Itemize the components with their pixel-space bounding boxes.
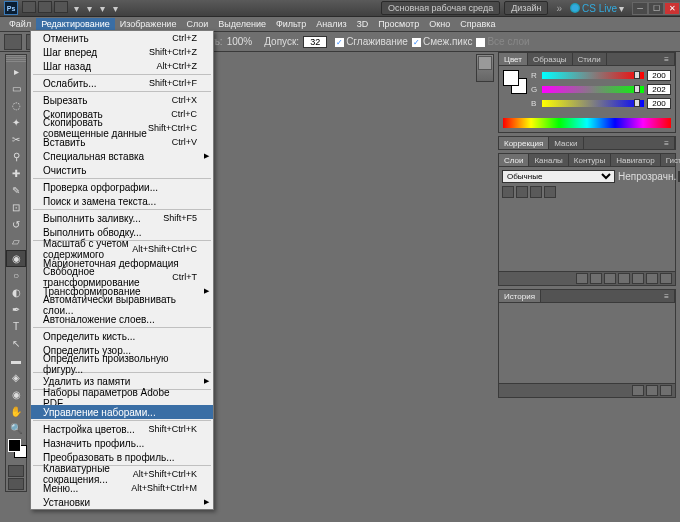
color-preview[interactable] <box>503 70 527 112</box>
tolerance-input[interactable] <box>303 36 327 48</box>
menu-item[interactable]: Клавиатурные сокращения...Alt+Shift+Ctrl… <box>31 467 213 481</box>
menu-item[interactable]: Проверка орфографии... <box>31 180 213 194</box>
menu-item[interactable]: Автоналожение слоев... <box>31 312 213 326</box>
fx-icon[interactable] <box>590 273 602 284</box>
menu-item[interactable]: Масштаб с учетом содержимогоAlt+Shift+Ct… <box>31 242 213 256</box>
menu-3d[interactable]: 3D <box>352 18 374 30</box>
menu-file[interactable]: Файл <box>4 18 36 30</box>
tool-hand[interactable]: ✋ <box>6 403 26 420</box>
menu-item[interactable]: Автоматически выравнивать слои... <box>31 298 213 312</box>
tool-zoom[interactable]: 🔍 <box>6 420 26 437</box>
new-icon[interactable] <box>646 273 658 284</box>
lock-pos-icon[interactable] <box>516 186 528 198</box>
menu-item[interactable]: Скопировать совмещенные данныеShift+Ctrl… <box>31 121 213 135</box>
tool-marquee[interactable]: ▭ <box>6 80 26 97</box>
color-swatches[interactable] <box>8 439 24 463</box>
tool-lasso[interactable]: ◌ <box>6 97 26 114</box>
menu-item[interactable]: Выполнить заливку...Shift+F5 <box>31 211 213 225</box>
menu-item[interactable]: Удалить из памяти▶ <box>31 374 213 388</box>
val-g[interactable]: 202 <box>647 84 671 95</box>
tab-styles[interactable]: Стили <box>573 53 607 65</box>
tool-crop[interactable]: ✂ <box>6 131 26 148</box>
mask-icon[interactable] <box>604 273 616 284</box>
tool-eraser[interactable]: ▱ <box>6 233 26 250</box>
tab-masks[interactable]: Маски <box>549 137 583 149</box>
bridge-icons[interactable] <box>22 1 70 15</box>
tool-stamp[interactable]: ⊡ <box>6 199 26 216</box>
tab-paths[interactable]: Контуры <box>569 154 611 166</box>
lock-all-icon[interactable] <box>530 186 542 198</box>
tool-shape[interactable]: ▬ <box>6 352 26 369</box>
tool-3d-cam[interactable]: ◉ <box>6 386 26 403</box>
trash-icon[interactable] <box>660 273 672 284</box>
trash-icon[interactable] <box>660 385 672 396</box>
menu-item[interactable]: Настройка цветов...Shift+Ctrl+K <box>31 422 213 436</box>
tool-type[interactable]: T <box>6 318 26 335</box>
lock-fill-icon[interactable] <box>544 186 556 198</box>
smooth-checkbox[interactable]: ✓ <box>335 38 344 47</box>
tab-channels[interactable]: Каналы <box>529 154 568 166</box>
menu-window[interactable]: Окно <box>424 18 455 30</box>
blend-mode-select[interactable]: Обычные <box>502 170 615 183</box>
tool-bucket[interactable]: ◉ <box>6 250 26 267</box>
link-icon[interactable] <box>576 273 588 284</box>
tab-adjustments[interactable]: Коррекция <box>499 137 549 149</box>
tool-preset[interactable] <box>4 34 22 50</box>
tool-path[interactable]: ↖ <box>6 335 26 352</box>
slider-g[interactable] <box>542 86 644 93</box>
tab-navigator[interactable]: Навигатор <box>611 154 660 166</box>
tool-heal[interactable]: ✚ <box>6 165 26 182</box>
new-state-icon[interactable] <box>646 385 658 396</box>
lock-pixel-icon[interactable] <box>502 186 514 198</box>
tab-layers[interactable]: Слои <box>499 154 529 166</box>
menu-item[interactable]: Определить произвольную фигуру... <box>31 357 213 371</box>
menu-item[interactable]: Свободное трансформированиеCtrl+T <box>31 270 213 284</box>
cslive-button[interactable]: CS Live▾ <box>570 3 624 14</box>
workspace-selector[interactable]: Основная рабочая среда <box>381 1 500 15</box>
menu-analysis[interactable]: Анализ <box>311 18 351 30</box>
window-minimize[interactable]: ─ <box>632 2 648 15</box>
panel-menu-icon[interactable]: ≡ <box>659 137 675 149</box>
menu-select[interactable]: Выделение <box>213 18 271 30</box>
slider-r[interactable] <box>542 72 644 79</box>
menu-edit[interactable]: Редактирование <box>36 18 115 30</box>
window-close[interactable]: ✕ <box>664 2 680 15</box>
menu-item[interactable]: Шаг назадAlt+Ctrl+Z <box>31 59 213 73</box>
window-maximize[interactable]: ☐ <box>648 2 664 15</box>
tool-wand[interactable]: ✦ <box>6 114 26 131</box>
menu-filter[interactable]: Фильтр <box>271 18 311 30</box>
screenmode[interactable] <box>8 478 24 490</box>
panel-menu-icon[interactable]: ≡ <box>659 290 675 302</box>
menu-item[interactable]: Поиск и замена текста... <box>31 194 213 208</box>
menu-image[interactable]: Изображение <box>115 18 182 30</box>
val-r[interactable]: 200 <box>647 70 671 81</box>
workspace-design[interactable]: Дизайн <box>504 1 548 15</box>
tool-eyedropper[interactable]: ⚲ <box>6 148 26 165</box>
panel-grip[interactable] <box>6 55 26 63</box>
tab-history[interactable]: История <box>499 290 541 302</box>
val-b[interactable]: 200 <box>647 98 671 109</box>
menu-item[interactable]: Специальная вставка▶ <box>31 149 213 163</box>
tab-color[interactable]: Цвет <box>499 53 528 65</box>
menu-item[interactable]: Управление наборами... <box>31 405 213 419</box>
menu-item[interactable]: Определить кисть... <box>31 329 213 343</box>
tool-dodge[interactable]: ◐ <box>6 284 26 301</box>
menu-item[interactable]: ВставитьCtrl+V <box>31 135 213 149</box>
group-icon[interactable] <box>632 273 644 284</box>
chevrons-icon[interactable]: » <box>556 3 562 14</box>
slider-b[interactable] <box>542 100 644 107</box>
menu-item[interactable]: Назначить профиль... <box>31 436 213 450</box>
tool-3d[interactable]: ◈ <box>6 369 26 386</box>
menu-item[interactable]: Выполнить обводку... <box>31 225 213 239</box>
tool-history-brush[interactable]: ↺ <box>6 216 26 233</box>
tab-swatches[interactable]: Образцы <box>528 53 573 65</box>
menu-help[interactable]: Справка <box>455 18 500 30</box>
collapsed-panel-strip[interactable] <box>476 54 494 82</box>
menu-item[interactable]: Ослабить...Shift+Ctrl+F <box>31 76 213 90</box>
tool-pen[interactable]: ✒ <box>6 301 26 318</box>
menu-item[interactable]: Шаг впередShift+Ctrl+Z <box>31 45 213 59</box>
menu-item[interactable]: Преобразовать в профиль... <box>31 450 213 464</box>
menu-item[interactable]: Установки▶ <box>31 495 213 509</box>
quickmask[interactable] <box>8 465 24 477</box>
menu-item[interactable]: ВырезатьCtrl+X <box>31 93 213 107</box>
